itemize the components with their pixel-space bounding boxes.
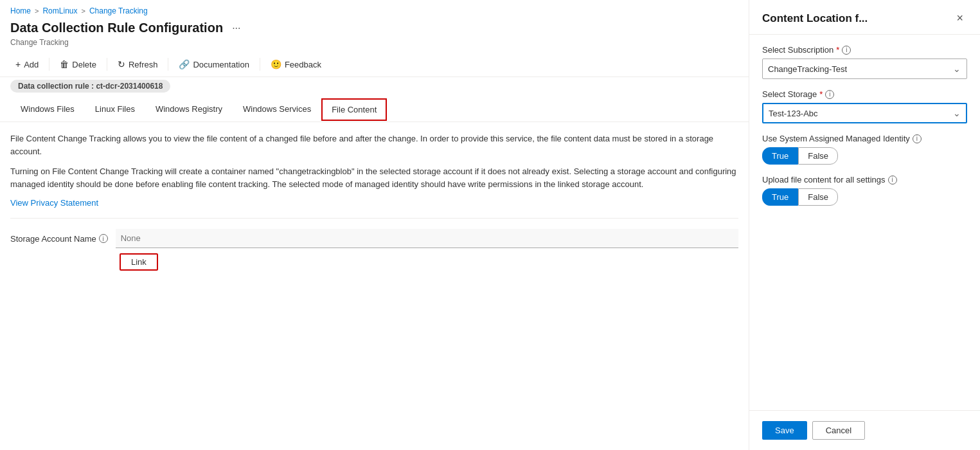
- storage-info-icon[interactable]: i: [825, 90, 834, 99]
- subscription-select[interactable]: ChangeTracking-Test: [762, 59, 967, 79]
- upload-toggle: True False: [762, 188, 967, 206]
- delete-label: Delete: [72, 60, 96, 69]
- storage-account-label-group: Storage Account Name i: [10, 234, 108, 244]
- content-area: File Content Change Tracking allows you …: [0, 122, 749, 450]
- upload-field-group: Upload file content for all settings i T…: [762, 175, 967, 206]
- divider: [10, 218, 738, 219]
- side-panel-body: Select Subscription * i ChangeTracking-T…: [749, 35, 980, 410]
- page-header: Data Collection Rule Configuration ···: [0, 18, 749, 38]
- storage-account-label: Storage Account Name: [10, 234, 96, 244]
- tab-windows-registry[interactable]: Windows Registry: [145, 98, 233, 122]
- managed-identity-field-group: Use System Assigned Managed Identity i T…: [762, 134, 967, 165]
- breadcrumb-home[interactable]: Home: [10, 6, 31, 15]
- page-title: Data Collection Rule Configuration: [10, 21, 223, 35]
- subscription-info-icon[interactable]: i: [842, 46, 851, 55]
- subscription-select-wrapper: ChangeTracking-Test: [762, 59, 967, 79]
- breadcrumb-separator-1: >: [35, 7, 39, 15]
- refresh-icon: ↻: [118, 59, 125, 69]
- documentation-icon: 🔗: [179, 59, 190, 69]
- page-subtitle: Change Tracking: [0, 38, 749, 52]
- ellipsis-button[interactable]: ···: [228, 21, 244, 35]
- storage-info-icon[interactable]: i: [99, 234, 108, 243]
- toolbar-divider-3: [168, 58, 168, 71]
- side-panel-footer: Save Cancel: [749, 410, 980, 450]
- feedback-button[interactable]: 🙂 Feedback: [265, 56, 326, 73]
- subscription-required: *: [836, 45, 839, 55]
- upload-label: Upload file content for all settings i: [762, 175, 967, 184]
- delete-button[interactable]: 🗑 Delete: [55, 56, 102, 73]
- managed-identity-false-button[interactable]: False: [798, 147, 838, 165]
- tabs-nav: Windows Files Linux Files Windows Regist…: [0, 98, 749, 122]
- upload-info-icon[interactable]: i: [888, 176, 897, 184]
- breadcrumb-romlinux[interactable]: RomLinux: [42, 6, 77, 15]
- side-panel: Content Location f... × Select Subscript…: [749, 0, 980, 450]
- main-content: Home > RomLinux > Change Tracking Data C…: [0, 0, 749, 450]
- managed-identity-toggle: True False: [762, 147, 967, 165]
- upload-false-button[interactable]: False: [798, 188, 838, 206]
- privacy-statement-link[interactable]: View Privacy Statement: [10, 198, 98, 208]
- toolbar-divider-4: [260, 58, 260, 71]
- tab-windows-services[interactable]: Windows Services: [233, 98, 321, 122]
- description-text-1: File Content Change Tracking allows you …: [10, 132, 738, 158]
- storage-required: *: [819, 89, 823, 99]
- toolbar-divider-2: [107, 58, 107, 71]
- documentation-label: Documentation: [193, 60, 249, 69]
- feedback-label: Feedback: [285, 60, 321, 69]
- subscription-label: Select Subscription * i: [762, 45, 967, 55]
- toolbar-divider-1: [49, 58, 49, 71]
- save-button[interactable]: Save: [762, 421, 807, 440]
- breadcrumb-change-tracking[interactable]: Change Tracking: [89, 6, 148, 15]
- storage-select[interactable]: Test-123-Abc: [762, 103, 967, 123]
- storage-select-wrapper: Test-123-Abc: [762, 103, 967, 123]
- tab-windows-files[interactable]: Windows Files: [10, 98, 85, 122]
- subscription-field-group: Select Subscription * i ChangeTracking-T…: [762, 45, 967, 79]
- managed-identity-label: Use System Assigned Managed Identity i: [762, 134, 967, 143]
- refresh-button[interactable]: ↻ Refresh: [112, 56, 163, 73]
- add-button[interactable]: + Add: [10, 56, 44, 73]
- side-panel-header: Content Location f... ×: [749, 0, 980, 35]
- add-icon: +: [15, 59, 21, 69]
- breadcrumb-separator-2: >: [81, 7, 85, 15]
- storage-account-input[interactable]: [116, 229, 738, 248]
- dcr-badge-value: ct-dcr-2031400618: [96, 82, 163, 91]
- managed-identity-info-icon[interactable]: i: [913, 134, 922, 143]
- storage-field-group: Select Storage * i Test-123-Abc: [762, 89, 967, 123]
- delete-icon: 🗑: [60, 59, 69, 69]
- toolbar: + Add 🗑 Delete ↻ Refresh 🔗 Documentation…: [0, 52, 749, 77]
- tab-file-content[interactable]: File Content: [321, 98, 387, 121]
- storage-account-row: Storage Account Name i: [10, 229, 738, 248]
- cancel-button[interactable]: Cancel: [812, 421, 865, 440]
- dcr-badge: Data collection rule : ct-dcr-2031400618: [10, 80, 170, 93]
- side-panel-title: Content Location f...: [762, 12, 868, 25]
- add-label: Add: [24, 60, 39, 69]
- managed-identity-true-button[interactable]: True: [762, 147, 798, 165]
- close-button[interactable]: ×: [952, 10, 967, 26]
- storage-select-label: Select Storage * i: [762, 89, 967, 99]
- dcr-badge-label: Data collection rule :: [18, 82, 94, 91]
- breadcrumb: Home > RomLinux > Change Tracking: [0, 0, 749, 18]
- refresh-label: Refresh: [129, 60, 158, 69]
- tab-linux-files[interactable]: Linux Files: [85, 98, 145, 122]
- upload-true-button[interactable]: True: [762, 188, 798, 206]
- dcr-badge-area: Data collection rule : ct-dcr-2031400618: [0, 77, 749, 98]
- documentation-button[interactable]: 🔗 Documentation: [174, 56, 254, 73]
- feedback-icon: 🙂: [271, 59, 281, 69]
- link-button[interactable]: Link: [120, 253, 158, 271]
- description-text-2: Turning on File Content Change Tracking …: [10, 165, 738, 190]
